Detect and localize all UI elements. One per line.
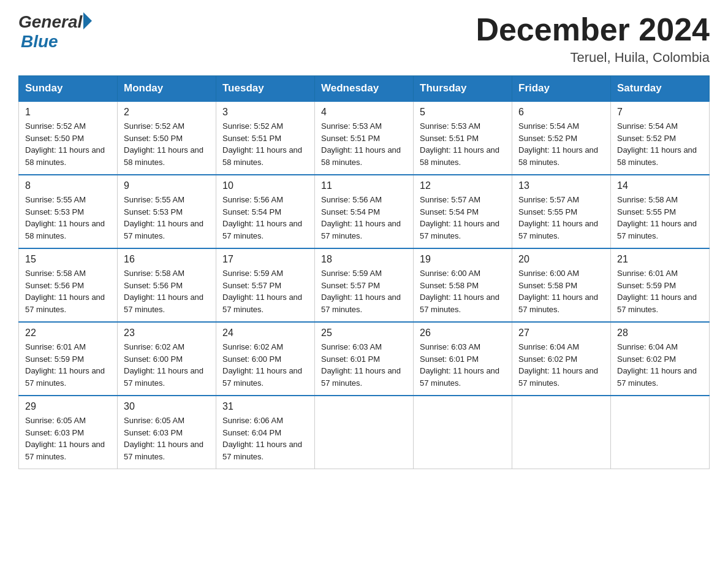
day-number: 1 (25, 107, 111, 118)
day-number: 2 (124, 107, 210, 118)
day-info: Sunrise: 5:59 AMSunset: 5:57 PMDaylight:… (222, 267, 308, 315)
calendar-cell: 26 Sunrise: 6:03 AMSunset: 6:01 PMDaylig… (414, 322, 512, 396)
day-number: 28 (617, 327, 703, 339)
week-row-5: 29 Sunrise: 6:05 AMSunset: 6:03 PMDaylig… (19, 396, 710, 469)
day-number: 20 (518, 254, 604, 265)
day-number: 23 (124, 327, 210, 339)
calendar-cell: 30 Sunrise: 6:05 AMSunset: 6:03 PMDaylig… (118, 396, 216, 469)
calendar-cell: 12 Sunrise: 5:57 AMSunset: 5:54 PMDaylig… (414, 175, 512, 248)
calendar-cell: 24 Sunrise: 6:02 AMSunset: 6:00 PMDaylig… (216, 322, 315, 396)
day-info: Sunrise: 6:02 AMSunset: 6:00 PMDaylight:… (222, 341, 308, 389)
calendar-cell: 3 Sunrise: 5:52 AMSunset: 5:51 PMDayligh… (216, 101, 315, 175)
days-header-row: SundayMondayTuesdayWednesdayThursdayFrid… (19, 76, 710, 102)
day-number: 19 (420, 254, 506, 265)
day-number: 17 (222, 254, 308, 265)
day-number: 4 (321, 107, 407, 118)
calendar-cell: 14 Sunrise: 5:58 AMSunset: 5:55 PMDaylig… (611, 175, 710, 248)
day-info: Sunrise: 5:59 AMSunset: 5:57 PMDaylight:… (321, 267, 407, 315)
logo: General Blue (18, 12, 92, 52)
day-number: 9 (124, 180, 210, 191)
calendar-cell: 2 Sunrise: 5:52 AMSunset: 5:50 PMDayligh… (118, 101, 216, 175)
calendar-cell: 27 Sunrise: 6:04 AMSunset: 6:02 PMDaylig… (512, 322, 611, 396)
day-info: Sunrise: 6:04 AMSunset: 6:02 PMDaylight:… (518, 341, 604, 389)
calendar-cell (414, 396, 512, 469)
day-header-saturday: Saturday (611, 76, 710, 102)
calendar-cell (315, 396, 414, 469)
day-info: Sunrise: 6:04 AMSunset: 6:02 PMDaylight:… (617, 341, 703, 389)
day-info: Sunrise: 6:02 AMSunset: 6:00 PMDaylight:… (124, 341, 210, 389)
calendar-cell: 23 Sunrise: 6:02 AMSunset: 6:00 PMDaylig… (118, 322, 216, 396)
week-row-2: 8 Sunrise: 5:55 AMSunset: 5:53 PMDayligh… (19, 175, 710, 248)
day-number: 14 (617, 180, 703, 191)
day-info: Sunrise: 6:05 AMSunset: 6:03 PMDaylight:… (124, 415, 210, 462)
day-number: 25 (321, 327, 407, 339)
day-number: 8 (25, 180, 111, 191)
day-info: Sunrise: 5:58 AMSunset: 5:56 PMDaylight:… (25, 267, 111, 315)
calendar-cell: 13 Sunrise: 5:57 AMSunset: 5:55 PMDaylig… (512, 175, 611, 248)
calendar-cell: 10 Sunrise: 5:56 AMSunset: 5:54 PMDaylig… (216, 175, 315, 248)
day-number: 21 (617, 254, 703, 265)
day-info: Sunrise: 5:55 AMSunset: 5:53 PMDaylight:… (124, 194, 210, 242)
day-info: Sunrise: 6:01 AMSunset: 5:59 PMDaylight:… (25, 341, 111, 389)
day-info: Sunrise: 5:53 AMSunset: 5:51 PMDaylight:… (321, 120, 407, 168)
calendar-cell: 9 Sunrise: 5:55 AMSunset: 5:53 PMDayligh… (118, 175, 216, 248)
location-text: Teruel, Huila, Colombia (476, 50, 710, 66)
title-section: December 2024 Teruel, Huila, Colombia (476, 12, 710, 66)
day-header-thursday: Thursday (414, 76, 512, 102)
logo-general-text: General (18, 12, 82, 32)
day-header-wednesday: Wednesday (315, 76, 414, 102)
calendar-cell: 29 Sunrise: 6:05 AMSunset: 6:03 PMDaylig… (19, 396, 118, 469)
day-number: 12 (420, 180, 506, 191)
day-info: Sunrise: 5:55 AMSunset: 5:53 PMDaylight:… (25, 194, 111, 242)
logo-arrow-icon (83, 12, 92, 29)
day-info: Sunrise: 5:57 AMSunset: 5:55 PMDaylight:… (518, 194, 604, 242)
day-info: Sunrise: 5:56 AMSunset: 5:54 PMDaylight:… (321, 194, 407, 242)
day-info: Sunrise: 5:58 AMSunset: 5:56 PMDaylight:… (124, 267, 210, 315)
day-info: Sunrise: 6:01 AMSunset: 5:59 PMDaylight:… (617, 267, 703, 315)
day-number: 6 (518, 107, 604, 118)
day-number: 13 (518, 180, 604, 191)
day-header-monday: Monday (118, 76, 216, 102)
day-info: Sunrise: 5:54 AMSunset: 5:52 PMDaylight:… (617, 120, 703, 168)
day-info: Sunrise: 5:58 AMSunset: 5:55 PMDaylight:… (617, 194, 703, 242)
calendar-cell: 18 Sunrise: 5:59 AMSunset: 5:57 PMDaylig… (315, 248, 414, 322)
day-number: 10 (222, 180, 308, 191)
calendar-cell: 15 Sunrise: 5:58 AMSunset: 5:56 PMDaylig… (19, 248, 118, 322)
day-number: 5 (420, 107, 506, 118)
logo-blue-text: Blue (21, 32, 58, 51)
day-info: Sunrise: 6:03 AMSunset: 6:01 PMDaylight:… (420, 341, 506, 389)
day-header-friday: Friday (512, 76, 611, 102)
calendar-cell: 1 Sunrise: 5:52 AMSunset: 5:50 PMDayligh… (19, 101, 118, 175)
day-number: 18 (321, 254, 407, 265)
day-info: Sunrise: 5:53 AMSunset: 5:51 PMDaylight:… (420, 120, 506, 168)
calendar-cell: 4 Sunrise: 5:53 AMSunset: 5:51 PMDayligh… (315, 101, 414, 175)
calendar-cell: 31 Sunrise: 6:06 AMSunset: 6:04 PMDaylig… (216, 396, 315, 469)
calendar-cell: 17 Sunrise: 5:59 AMSunset: 5:57 PMDaylig… (216, 248, 315, 322)
day-header-sunday: Sunday (19, 76, 118, 102)
day-header-tuesday: Tuesday (216, 76, 315, 102)
day-number: 15 (25, 254, 111, 265)
day-info: Sunrise: 5:52 AMSunset: 5:50 PMDaylight:… (25, 120, 111, 168)
calendar-cell: 20 Sunrise: 6:00 AMSunset: 5:58 PMDaylig… (512, 248, 611, 322)
day-info: Sunrise: 6:00 AMSunset: 5:58 PMDaylight:… (518, 267, 604, 315)
day-info: Sunrise: 5:57 AMSunset: 5:54 PMDaylight:… (420, 194, 506, 242)
day-number: 29 (25, 401, 111, 412)
day-number: 3 (222, 107, 308, 118)
day-info: Sunrise: 5:56 AMSunset: 5:54 PMDaylight:… (222, 194, 308, 242)
calendar-cell (611, 396, 710, 469)
week-row-4: 22 Sunrise: 6:01 AMSunset: 5:59 PMDaylig… (19, 322, 710, 396)
day-info: Sunrise: 6:03 AMSunset: 6:01 PMDaylight:… (321, 341, 407, 389)
calendar-cell: 6 Sunrise: 5:54 AMSunset: 5:52 PMDayligh… (512, 101, 611, 175)
day-number: 26 (420, 327, 506, 339)
calendar-cell: 21 Sunrise: 6:01 AMSunset: 5:59 PMDaylig… (611, 248, 710, 322)
calendar-cell: 25 Sunrise: 6:03 AMSunset: 6:01 PMDaylig… (315, 322, 414, 396)
calendar-cell (512, 396, 611, 469)
day-number: 22 (25, 327, 111, 339)
calendar-cell: 28 Sunrise: 6:04 AMSunset: 6:02 PMDaylig… (611, 322, 710, 396)
day-number: 24 (222, 327, 308, 339)
page-header: General Blue December 2024 Teruel, Huila… (18, 12, 710, 66)
day-number: 7 (617, 107, 703, 118)
calendar-cell: 16 Sunrise: 5:58 AMSunset: 5:56 PMDaylig… (118, 248, 216, 322)
day-number: 16 (124, 254, 210, 265)
month-title: December 2024 (476, 12, 710, 47)
